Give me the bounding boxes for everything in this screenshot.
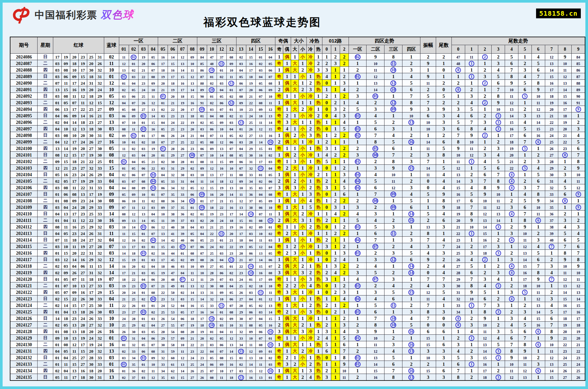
miss-cell: 03	[256, 184, 266, 191]
big-small-cell: 2	[299, 67, 307, 73]
cold-hot-cell: 热	[314, 178, 322, 184]
miss-cell: 20	[158, 276, 168, 282]
table-row: 2024094四06131722252709050827130222201709…	[10, 106, 585, 112]
tail-trend-cell: 4	[505, 296, 518, 302]
odd-even-cell: 偶	[283, 315, 291, 322]
tail-trend-cell: 3	[505, 230, 518, 237]
road-012-cell: 2	[322, 237, 331, 243]
tail-trend-cell: 6	[572, 145, 585, 152]
miss-cell: 01	[129, 60, 139, 67]
tail-trend-cell: 13	[505, 106, 518, 112]
cold-hot-cell: 冷	[307, 335, 315, 341]
col-header-issue: 期号	[10, 37, 38, 54]
tail-trend-cell: 10	[518, 354, 531, 361]
miss-cell: 02	[119, 348, 129, 354]
big-small-cell: 大	[291, 230, 299, 237]
red-ball: 17	[70, 106, 79, 112]
road-012-cell: 4	[331, 112, 340, 119]
miss-cell: 14	[266, 119, 275, 126]
miss-cell: 37	[217, 54, 226, 60]
site-badge[interactable]: 518158.cn	[536, 8, 581, 18]
blue-hit-cell: 08	[188, 152, 197, 158]
miss-cell: 16	[207, 191, 217, 197]
big-small-cell: 3	[299, 269, 307, 276]
tail-trend-cell: 26	[451, 256, 465, 263]
odd-even-cell: 偶	[283, 178, 291, 184]
zone-trend-cell: 1	[349, 367, 367, 374]
tail-trend-cell: 1	[478, 86, 492, 93]
miss-cell: 01	[197, 211, 207, 217]
odd-even-cell: 1	[275, 197, 283, 204]
red-ball: 03	[53, 60, 62, 67]
tail-trend-cell: 7	[505, 341, 518, 348]
road-012-cell: 2	[340, 73, 349, 80]
blue-ball: 12	[104, 80, 119, 86]
cold-hot-cell: 1	[307, 217, 315, 224]
red-ball: 18	[78, 119, 87, 126]
amplitude-cell: 15	[420, 367, 436, 374]
red-ball: 09	[70, 112, 79, 119]
road-012-cell: 1	[340, 99, 349, 106]
miss-cell: 36	[168, 197, 178, 204]
issue-cell: 2024112	[10, 224, 38, 230]
sub-header-r012-0: 0	[322, 45, 331, 54]
miss-cell: 08	[246, 322, 256, 328]
tail-trend-cell: 5	[518, 80, 531, 86]
miss-cell: 29	[168, 152, 178, 158]
tail-trend-cell: 4	[558, 224, 572, 230]
miss-cell: 24	[139, 86, 148, 93]
cold-hot-cell: 1	[314, 93, 322, 99]
tail-trend-cell: 4	[492, 276, 505, 282]
red-ball: 23	[78, 211, 87, 217]
miss-cell: 14	[119, 250, 129, 256]
miss-cell: 32	[207, 296, 217, 302]
tail-trend-cell: 3	[492, 269, 505, 276]
miss-cell: 01	[139, 119, 148, 126]
table-row: 2024121二01071013273303192303072149011312…	[10, 282, 585, 289]
odd-even-cell: 3	[275, 184, 283, 191]
red-ball: 12	[87, 99, 95, 106]
miss-cell: 08	[148, 73, 158, 80]
red-ball: 33	[95, 211, 104, 217]
zone-trend-cell: 4	[384, 132, 402, 139]
issue-cell: 2024131	[10, 348, 38, 354]
red-ball: 31	[87, 250, 95, 256]
odd-even-cell: 2	[275, 86, 283, 93]
miss-cell: 08	[207, 139, 217, 145]
miss-cell: 03	[217, 250, 226, 256]
red-ball: 30	[87, 132, 95, 139]
miss-cell: 12	[226, 178, 236, 184]
red-ball: 15	[95, 99, 104, 106]
red-ball: 32	[95, 322, 104, 328]
zone-trend-cell: 3	[384, 126, 402, 132]
miss-cell: 23	[217, 211, 226, 217]
week-cell: 四	[38, 250, 53, 256]
miss-cell: 08	[178, 328, 188, 335]
tail-trend-cell: 8	[572, 256, 585, 263]
miss-cell: 20	[246, 86, 256, 93]
tail-number-cell: 3	[436, 354, 451, 361]
tail-trend-cell: 8	[465, 282, 478, 289]
tail-trend-cell: 22	[545, 119, 558, 126]
miss-cell: 34	[246, 178, 256, 184]
red-ball: 21	[62, 165, 70, 171]
issue-cell: 2024123	[10, 296, 38, 302]
tail-trend-cell: 48	[451, 60, 465, 67]
red-ball: 19	[78, 178, 87, 184]
miss-cell: 09	[119, 217, 129, 224]
tail-trend-cell: 8	[465, 126, 478, 132]
red-ball: 02	[53, 119, 62, 126]
road-012-cell: 1	[322, 86, 331, 93]
tail-trend-cell: 17	[478, 367, 492, 374]
miss-cell: 61	[168, 361, 178, 367]
red-ball: 08	[62, 341, 70, 348]
miss-cell: 12	[266, 106, 275, 112]
road-012-cell: 4	[322, 335, 331, 341]
miss-cell: 38	[178, 224, 188, 230]
zone-trend-cell: 5	[384, 289, 402, 296]
miss-cell: 40	[168, 224, 178, 230]
red-ball: 15	[78, 73, 87, 80]
week-cell: 四	[38, 269, 53, 276]
odd-even-cell: 偶	[283, 139, 291, 145]
big-small-cell: 大	[291, 289, 299, 296]
